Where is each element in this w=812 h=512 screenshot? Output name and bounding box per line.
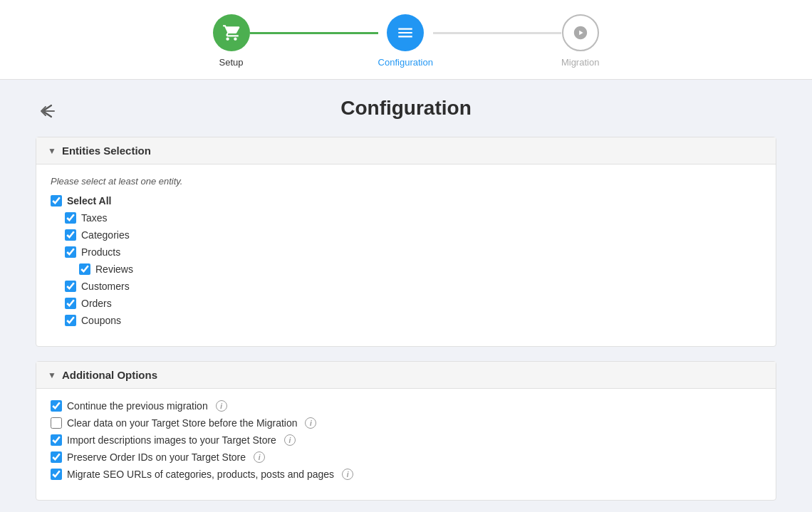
continue-previous-info-icon[interactable]: i bbox=[216, 400, 227, 412]
connector-1 bbox=[250, 32, 378, 34]
import-descriptions-info-icon[interactable]: i bbox=[284, 434, 296, 446]
stepper-header: Setup Configuration Migration bbox=[0, 0, 812, 80]
additional-section-title: Additional Options bbox=[62, 369, 157, 381]
checkbox-coupons[interactable]: Coupons bbox=[65, 315, 761, 326]
checkbox-preserve-order-ids-label: Preserve Order IDs on your Target Store bbox=[67, 451, 246, 463]
checkbox-migrate-seo-urls-label: Migrate SEO URLs of categories, products… bbox=[67, 469, 334, 480]
additional-collapse-icon: ▼ bbox=[48, 370, 56, 380]
checkbox-import-descriptions-label: Import descriptions images to your Targe… bbox=[67, 434, 276, 446]
checkbox-preserve-order-ids[interactable]: Preserve Order IDs on your Target Store … bbox=[51, 451, 761, 463]
checkbox-customers[interactable]: Customers bbox=[65, 281, 761, 292]
main-content: Configuration ▼ Entities Selection Pleas… bbox=[14, 80, 798, 512]
entities-section-header[interactable]: ▼ Entities Selection bbox=[36, 137, 776, 164]
checkbox-reviews-input[interactable] bbox=[79, 263, 90, 275]
checkbox-reviews[interactable]: Reviews bbox=[79, 263, 761, 275]
checkbox-clear-data-label: Clear data on your Target Store before t… bbox=[67, 417, 297, 429]
checkbox-products-input[interactable] bbox=[65, 246, 76, 258]
step-configuration-circle bbox=[387, 14, 424, 51]
checkbox-customers-label: Customers bbox=[81, 281, 130, 292]
checkbox-taxes-label: Taxes bbox=[81, 212, 108, 224]
checkbox-categories-label: Categories bbox=[81, 229, 130, 241]
clear-data-info-icon[interactable]: i bbox=[305, 417, 316, 429]
entities-section: ▼ Entities Selection Please select at le… bbox=[36, 137, 776, 347]
checkbox-select-all-label: Select All bbox=[67, 195, 112, 207]
checkbox-select-all[interactable]: Select All bbox=[51, 195, 761, 207]
checkbox-clear-data-input[interactable] bbox=[51, 417, 62, 429]
checkbox-orders-input[interactable] bbox=[65, 298, 76, 309]
checkbox-continue-previous[interactable]: Continue the previous migration i bbox=[51, 400, 761, 412]
checkbox-products[interactable]: Products bbox=[65, 246, 761, 258]
checkbox-import-descriptions[interactable]: Import descriptions images to your Targe… bbox=[51, 434, 761, 446]
step-setup-label: Setup bbox=[219, 57, 244, 68]
checkbox-migrate-seo-urls-input[interactable] bbox=[51, 469, 62, 480]
connector-2 bbox=[433, 32, 561, 34]
checkbox-taxes[interactable]: Taxes bbox=[65, 212, 761, 224]
checkbox-customers-input[interactable] bbox=[65, 281, 76, 292]
entities-section-body: Please select at least one entity. Selec… bbox=[36, 164, 776, 346]
checkbox-reviews-label: Reviews bbox=[95, 263, 133, 275]
checkbox-categories-input[interactable] bbox=[65, 229, 76, 241]
checkbox-continue-previous-label: Continue the previous migration bbox=[67, 400, 208, 412]
checkbox-orders[interactable]: Orders bbox=[65, 298, 761, 309]
checkbox-coupons-input[interactable] bbox=[65, 315, 76, 326]
checkbox-coupons-label: Coupons bbox=[81, 315, 121, 326]
step-migration[interactable]: Migration bbox=[561, 14, 599, 68]
step-configuration-label: Configuration bbox=[378, 57, 433, 68]
checkbox-continue-previous-input[interactable] bbox=[51, 400, 62, 412]
additional-section: ▼ Additional Options Continue the previo… bbox=[36, 361, 776, 501]
checkbox-preserve-order-ids-input[interactable] bbox=[51, 451, 62, 463]
step-migration-circle bbox=[562, 14, 599, 51]
checkbox-products-label: Products bbox=[81, 246, 120, 258]
entities-hint: Please select at least one entity. bbox=[51, 176, 761, 187]
step-migration-label: Migration bbox=[561, 57, 599, 68]
page-title: Configuration bbox=[36, 97, 776, 120]
checkbox-clear-data[interactable]: Clear data on your Target Store before t… bbox=[51, 417, 761, 429]
additional-section-body: Continue the previous migration i Clear … bbox=[36, 389, 776, 500]
checkbox-categories[interactable]: Categories bbox=[65, 229, 761, 241]
step-setup-circle bbox=[213, 14, 250, 51]
back-button[interactable] bbox=[36, 100, 61, 122]
checkbox-select-all-input[interactable] bbox=[51, 195, 62, 207]
entities-collapse-icon: ▼ bbox=[48, 146, 56, 156]
checkbox-migrate-seo-urls[interactable]: Migrate SEO URLs of categories, products… bbox=[51, 469, 761, 480]
additional-section-header[interactable]: ▼ Additional Options bbox=[36, 362, 776, 389]
entities-section-title: Entities Selection bbox=[62, 145, 151, 157]
migrate-seo-urls-info-icon[interactable]: i bbox=[342, 469, 353, 480]
checkbox-taxes-input[interactable] bbox=[65, 212, 76, 224]
checkbox-orders-label: Orders bbox=[81, 298, 112, 309]
step-setup[interactable]: Setup bbox=[213, 14, 250, 68]
stepper: Setup Configuration Migration bbox=[213, 14, 600, 68]
step-configuration[interactable]: Configuration bbox=[378, 14, 433, 68]
preserve-order-ids-info-icon[interactable]: i bbox=[254, 451, 265, 463]
checkbox-import-descriptions-input[interactable] bbox=[51, 434, 62, 446]
